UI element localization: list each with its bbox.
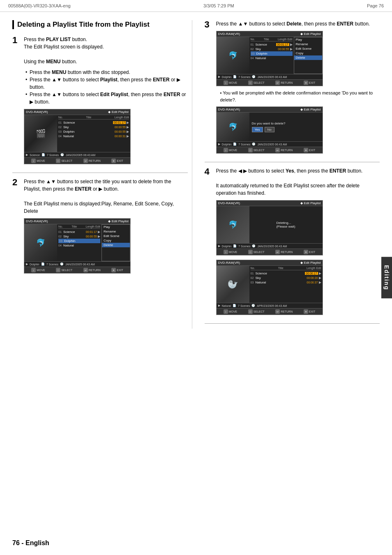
bullet-2: Press the ▲▼ buttons to select Playlist,… (25, 76, 188, 91)
section-title: Deleting a Playlist Title from the Playl… (12, 20, 188, 29)
page-footer: 76 - English (12, 539, 49, 547)
screen-1-row-0: 01Science00:01:17▶ (58, 120, 129, 125)
screen-1-row-1: 02Sky00:00:55▶ (58, 125, 129, 129)
screen-2-list-header: No.TitleLength Edit (58, 225, 100, 229)
screen-1: DVD-RAM(VR) ◆ Edit Playlist 🎬 No.TitleLe… (24, 109, 131, 164)
screen-3-row-2: 03Dolphin (251, 51, 293, 56)
screen-1-body: 🎬 No.TitleLength Edit 01Science00:01:17▶… (24, 115, 130, 152)
screen-3-menu-rename: Rename (294, 42, 322, 46)
step-2-block: 2 Press the ▲▼ buttons to select the tit… (12, 178, 188, 274)
screen-3-row-1: 02Sky00:00:55▶ (251, 47, 293, 51)
screen-4-final-row-2: 03Natural00:00:37▶ (251, 280, 321, 285)
step-4-text: Press the ◀ ▶ buttons to select Yes, the… (216, 167, 380, 197)
screen-1-title-right: ◆ Edit Playlist (108, 110, 129, 114)
menu-delete: Delete (102, 243, 130, 247)
screen-3-confirm: DVD-RAM(VR) ◆ Edit Playlist 🐬 Do you wan… (216, 106, 323, 154)
screen-2-thumb: 🐬 (24, 224, 57, 261)
screen-4-final-row-1: 02Sky00:00:20▶ (251, 276, 321, 280)
screen-3-confirm-text: Do you want to delete? Yes No (249, 113, 323, 141)
screen-4-deleting-info: ▶Dolphin 📄7 Scenes 🕐JAN/20/2005 06:43 AM (217, 243, 323, 249)
bullet-1: Press the MENU button with the disc stop… (25, 69, 188, 76)
editing-label: Editing (383, 265, 390, 290)
confirm-yes: Yes (252, 127, 263, 132)
confirm-no: No (265, 127, 274, 132)
step-4-block: 4 Press the ◀ ▶ buttons to select Yes, t… (205, 167, 380, 315)
screen-2-info: ▶Dolphin 📄7 Scenes 🕐JAN/20/2005 06:43 AM (24, 261, 130, 267)
step-2-text: Press the ▲▼ buttons to select the title… (24, 178, 188, 215)
screen-3-body: 🐬 No.TitleLength Edit 01Science00:01:17▶… (217, 37, 323, 74)
screen-3-menu-copy: Copy (294, 51, 322, 55)
header-left: 00588A(00)-VR320-3/XAA-eng (8, 3, 71, 8)
screen-3-menu-edit-scene: Edit Scene (294, 46, 322, 51)
screen-2-row-1: 02Sky00:00:55▶ (58, 234, 100, 239)
screen-2-title-right: ◆ Edit Playlist (108, 219, 129, 223)
screen-1-thumb: 🎬 (24, 115, 57, 152)
page-num: 76 - (12, 539, 24, 546)
screen-1-info: ▶Science 📄7 Scenes 🕐JAN/20/2005 06:43 AM (24, 152, 130, 157)
confirm-buttons: Yes No (252, 127, 320, 132)
screen-3-header: DVD-RAM(VR) ◆ Edit Playlist (217, 31, 323, 37)
header-middle: 3/3/05 7:29 PM (203, 3, 234, 8)
screen-4-deleting-header: DVD-RAM(VR) ◆ Edit Playlist (217, 200, 323, 206)
screen-3-confirm-header: DVD-RAM(VR) ◆ Edit Playlist (217, 107, 323, 113)
screen-1-title-left: DVD-RAM(VR) (26, 110, 48, 114)
step-1-bullets: Press the MENU button with the disc stop… (24, 69, 188, 106)
step-1-block: 1 Press the PLAY LIST button. The Edit P… (12, 36, 188, 164)
screen-1-row-3: 04Natural00:00:31▶ (58, 134, 129, 138)
screen-4-deleting-body: 🐬 Deleting...(Please wait) (217, 206, 323, 243)
editing-sidebar: Editing (381, 257, 392, 298)
divider-3 (205, 323, 380, 324)
screen-1-list: No.TitleLength Edit 01Science00:01:17▶ 0… (57, 115, 130, 152)
step-3-number: 3 (205, 20, 210, 29)
screen-4-final-list-header: No.TitleLength Edit (251, 267, 321, 270)
screen-1-list-header: No.TitleLength Edit (58, 116, 129, 120)
bullet-3: Press the ▲▼ buttons to select Edit Play… (25, 91, 188, 106)
screen-3-menu-delete: Delete (294, 55, 322, 60)
step-4-number: 4 (205, 167, 210, 176)
screen-2-footer: ↕ MOVE □ SELECT ↩ RETURN ✕ EXIT (24, 267, 130, 273)
screen-3-row-3: 04Natural (251, 56, 293, 60)
screen-3-confirm-footer: ↕ MOVE □ SELECT ↩ RETURN ✕ EXIT (217, 147, 323, 153)
step-2-number: 2 (12, 178, 17, 187)
screen-3-footer: ↕ MOVE □ SELECT ↩ RETURN ✕ EXIT (217, 79, 323, 86)
step-3-note: • You will be prompted with the delete c… (216, 90, 380, 103)
screen-2-row-2: 03Dolphin (58, 239, 100, 243)
screen-1-row-2: 03Dolphin00:00:55▶ (58, 129, 129, 134)
screen-4-final-info: ▶Natural 📄7 Scenes 🕐APR/23/2005 06:43 AM (217, 303, 323, 308)
menu-edit-scene: Edit Scene (102, 234, 130, 238)
screen-4-deleting: DVD-RAM(VR) ◆ Edit Playlist 🐬 Deleting..… (216, 200, 323, 256)
step-1-text: Press the PLAY LIST button. The Edit Pla… (24, 36, 188, 65)
divider-2 (205, 162, 380, 162)
screen-4-deleting-thumb: 🐬 (217, 206, 249, 243)
menu-rename: Rename (102, 229, 130, 234)
screen-3-info: ▶Dolphin 📄7 Scenes 🕐JAN/20/2005 06:43 AM (217, 74, 323, 79)
screen-1-header: DVD-RAM(VR) ◆ Edit Playlist (24, 109, 130, 115)
screen-2: DVD-RAM(VR) ◆ Edit Playlist 🐬 No.TitleLe… (24, 218, 131, 274)
screen-2-body: 🐬 No.TitleLength Edit 01Science00:01:17▶… (24, 224, 130, 261)
screen-2-row-0: 01Science00:01:17▶ (58, 230, 100, 234)
right-column: 3 Press the ▲▼ buttons to select Delete,… (201, 20, 380, 329)
divider-1 (12, 173, 188, 173)
screen-4-final: DVD-RAM(VR) ◆ Edit Playlist 🦭 No.TitleLe… (216, 260, 323, 315)
screen-2-list: No.TitleLength Edit 01Science00:01:17▶ 0… (57, 224, 101, 261)
screen-4-final-body: 🦭 No.TitleLength Edit 01Science00:00:17▶… (217, 266, 323, 303)
screen-4-final-row-0: 01Science00:00:17▶ (251, 271, 321, 276)
screen-2-title-left: DVD-RAM(VR) (26, 219, 48, 223)
screen-2-menu: Play Rename Edit Scene Copy Delete (101, 224, 130, 261)
screen-3-menu: Play Rename Edit Scene Copy Delete (294, 37, 323, 74)
screen-3-confirm-thumb: 🐬 (217, 113, 249, 141)
screen-4-deleting-text: Deleting...(Please wait) (249, 206, 323, 243)
screen-3-confirm-body: 🐬 Do you want to delete? Yes No (217, 113, 323, 141)
page-lang: English (25, 539, 49, 546)
page-content: Deleting a Playlist Title from the Playl… (0, 12, 392, 337)
step-3-text: Press the ▲▼ buttons to select Delete, t… (216, 20, 380, 28)
screen-4-deleting-footer: ↕ MOVE □ SELECT ↩ RETURN ✕ EXIT (217, 249, 323, 255)
step-3-block: 3 Press the ▲▼ buttons to select Delete,… (205, 20, 380, 154)
step-1-number: 1 (12, 36, 17, 45)
menu-copy: Copy (102, 238, 130, 243)
left-column: Deleting a Playlist Title from the Playl… (12, 20, 192, 329)
page-header: 00588A(00)-VR320-3/XAA-eng 3/3/05 7:29 P… (0, 0, 392, 12)
screen-3-confirm-info: ▶Dolphin 📄7 Scenes 🕐JAN/20/2005 06:43 AM (217, 141, 323, 147)
screen-4-final-footer: ↕ MOVE □ SELECT ↩ RETURN ✕ EXIT (217, 308, 323, 315)
menu-play: Play (102, 225, 130, 229)
